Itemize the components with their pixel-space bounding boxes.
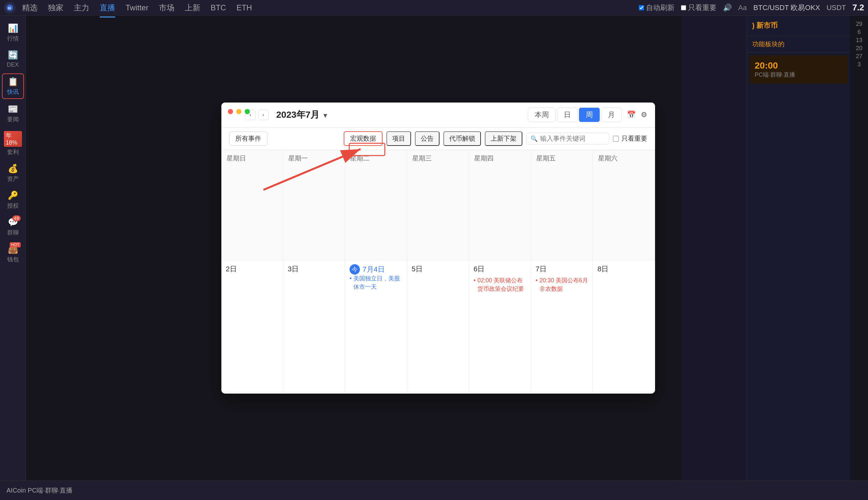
search-box[interactable]: 🔍 <box>526 133 609 145</box>
notif-feature-block[interactable]: 功能板块的 <box>747 36 850 53</box>
scroll-num-29[interactable]: 29 <box>856 21 862 27</box>
weekday-wednesday: 星期三 <box>407 150 469 260</box>
sidebar-hangqing[interactable]: 📊 行情 <box>2 21 24 45</box>
day-cell-8[interactable]: 8日 <box>593 260 655 393</box>
nav-twitter[interactable]: Twitter <box>125 3 148 12</box>
calendar-title-arrow[interactable]: ▼ <box>322 112 329 119</box>
notification-panel: ) 新市币 功能板块的 20:00 PC端·群聊·直播 <box>747 15 850 480</box>
nav-btc[interactable]: BTC <box>211 3 226 12</box>
notif-source: PC端·群聊·直播 <box>755 71 843 79</box>
only-important-nav-checkbox[interactable] <box>681 5 686 10</box>
sidebar-dex[interactable]: 🔄 DEX <box>2 47 24 71</box>
search-input[interactable] <box>540 135 605 142</box>
weekday-monday: 星期一 <box>283 150 345 260</box>
day-cell-6[interactable]: 6日 02:00 美联储公布货币政策会议纪要 <box>469 260 531 393</box>
sidebar-taoli[interactable]: 年18% 套利 <box>2 128 24 158</box>
announcement-button[interactable]: 公告 <box>415 131 439 146</box>
auto-refresh-checkbox[interactable] <box>639 5 644 10</box>
shouquan-label: 授权 <box>7 202 19 209</box>
calendar-grid-icon[interactable]: 📅 <box>627 111 636 119</box>
today-circle: 今 <box>349 264 360 275</box>
calendar-view-buttons: 本周 日 周 月 <box>528 108 622 122</box>
day-cell-5[interactable]: 5日 <box>407 260 469 393</box>
minimize-button[interactable] <box>236 109 242 114</box>
view-benzhou-button[interactable]: 本周 <box>528 108 556 122</box>
sidebar-shouquan[interactable]: 🔑 授权 <box>2 188 24 212</box>
view-ri-button[interactable]: 日 <box>557 108 578 122</box>
nav-zhuli[interactable]: 主力 <box>74 3 89 13</box>
event-fed-minutes[interactable]: 02:00 美联储公布货币政策会议纪要 <box>474 276 526 293</box>
qunjiu-label: 群聊 <box>7 229 19 236</box>
sidebar-yawen[interactable]: 📰 要闻 <box>2 102 24 126</box>
view-yue-button[interactable]: 月 <box>601 108 622 122</box>
scroll-num-27[interactable]: 27 <box>856 53 862 60</box>
search-icon: 🔍 <box>531 135 537 142</box>
nav-shangxin[interactable]: 上新 <box>185 3 200 13</box>
font-icon[interactable]: Aa <box>738 3 747 12</box>
nav-eth[interactable]: ETH <box>236 3 252 12</box>
zichan-label: 资产 <box>7 175 19 183</box>
close-button[interactable] <box>228 109 233 114</box>
filter-tags: 宏观数据 项目 公告 代币解锁 上新下架 <box>344 131 522 146</box>
shouquan-icon: 🔑 <box>8 191 18 201</box>
price-label: BTC/USDT 欧易OKX <box>754 3 820 13</box>
traffic-lights <box>228 109 250 114</box>
calendar-filter-icon[interactable]: ⚙ <box>641 111 647 119</box>
qunjiu-badge: 49 <box>12 215 21 221</box>
sidebar-qianbao[interactable]: 👜 HOT 钱包 <box>2 242 24 266</box>
nav-items: 精选 独家 主力 直播 Twitter 市场 上新 BTC ETH <box>22 3 639 13</box>
sidebar-kuaixun[interactable]: 📋 快讯 <box>2 73 24 99</box>
all-events-button[interactable]: 所有事件 <box>229 132 267 146</box>
macro-data-button[interactable]: 宏观数据 <box>344 131 382 146</box>
token-unlock-button[interactable]: 代币解锁 <box>443 131 481 146</box>
only-important-nav-label[interactable]: 只看重要 <box>681 3 716 13</box>
app-logo[interactable]: AI <box>4 2 15 14</box>
top-navigation: AI 精选 独家 主力 直播 Twitter 市场 上新 BTC ETH 自动刷… <box>0 0 868 15</box>
left-sidebar: 📊 行情 🔄 DEX 📋 快讯 📰 要闻 年18% 套利 💰 资产 🔑 授权 💬… <box>0 15 26 480</box>
nav-dujia[interactable]: 独家 <box>48 3 64 13</box>
bottom-bar: AICoin PC端·群聊·直播 <box>0 480 868 500</box>
day-cell-2[interactable]: 2日 <box>221 260 283 393</box>
maximize-button[interactable] <box>245 109 250 114</box>
hangqing-icon: 📊 <box>8 23 18 33</box>
nav-right-controls: 自动刷新 只看重要 🔊 Aa BTC/USDT 欧易OKX USDT 7.2 <box>639 3 864 13</box>
dark-overlay <box>682 15 747 480</box>
qianbao-label: 钱包 <box>7 255 19 263</box>
today-indicator: 今 7月4日 <box>349 264 385 275</box>
scroll-num-20[interactable]: 20 <box>856 45 862 52</box>
scroll-num-6[interactable]: 6 <box>857 29 860 36</box>
only-important-text: 只看重要 <box>621 134 647 143</box>
notif-new-feature[interactable]: ) 新市币 <box>747 15 850 36</box>
day-cell-4-today[interactable]: 今 7月4日 美国独立日，美股休市一天 <box>345 260 407 393</box>
volume-icon[interactable]: 🔊 <box>723 3 732 12</box>
only-important-checkbox[interactable] <box>613 136 619 142</box>
day-cell-3[interactable]: 3日 <box>283 260 345 393</box>
only-important-label[interactable]: 只看重要 <box>613 134 647 143</box>
sidebar-qunjiu[interactable]: 💬 49 群聊 <box>2 215 24 239</box>
nav-zhibo[interactable]: 直播 <box>100 3 115 13</box>
auto-refresh-text: 自动刷新 <box>646 3 675 13</box>
next-month-button[interactable]: › <box>258 110 269 120</box>
taoli-label: 套利 <box>7 148 19 156</box>
nav-shichang[interactable]: 市场 <box>159 3 175 13</box>
scroll-num-13[interactable]: 13 <box>856 37 862 44</box>
project-button[interactable]: 项目 <box>387 131 411 146</box>
today-date: 7月4日 <box>363 264 385 274</box>
sidebar-zichan[interactable]: 💰 资产 <box>2 161 24 185</box>
usdt-label: USDT <box>826 3 846 12</box>
auto-refresh-label[interactable]: 自动刷新 <box>639 3 675 13</box>
view-zhou-button[interactable]: 周 <box>579 108 600 122</box>
scroll-num-3[interactable]: 3 <box>857 61 860 68</box>
event-independence-day[interactable]: 美国独立日，美股休市一天 <box>349 275 402 291</box>
calendar-navigation: ‹ › 2023年7月 ▼ <box>245 109 334 121</box>
weekday-saturday: 星期六 <box>593 150 655 260</box>
day-cell-7[interactable]: 7日 20:30 美国公布6月非农数据 <box>531 260 593 393</box>
event-nonfarm[interactable]: 20:30 美国公布6月非农数据 <box>536 276 588 293</box>
day-num-3: 3日 <box>288 264 340 274</box>
day-num-2: 2日 <box>226 264 278 274</box>
filter-row: 所有事件 宏观数据 项目 公告 代币解锁 上新下架 🔍 只看重要 <box>221 127 655 150</box>
listing-button[interactable]: 上新下架 <box>485 131 522 146</box>
hot-badge: HOT <box>10 242 20 247</box>
nav-jingxuan[interactable]: 精选 <box>22 3 37 13</box>
yawen-label: 要闻 <box>7 115 19 123</box>
